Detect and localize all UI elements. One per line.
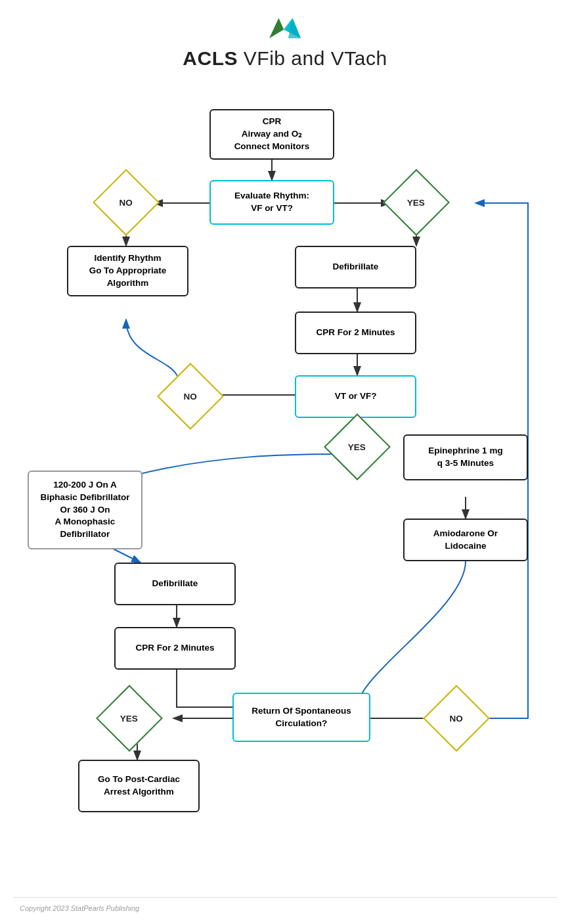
no-diamond-3: NO	[425, 699, 487, 737]
yes-diamond-3: YES	[93, 699, 165, 737]
evaluate-rhythm-box: Evaluate Rhythm: VF or VT?	[209, 180, 334, 225]
defibrillate-1-box: Defibrillate	[295, 246, 416, 289]
flowchart: CPR Airway and O₂ Connect Monitors Evalu…	[16, 83, 554, 891]
cpr-start-box: CPR Airway and O₂ Connect Monitors	[209, 109, 334, 160]
epinephrine-box: Epinephrine 1 mg q 3-5 Minutes	[403, 434, 528, 480]
defibrillate-2-box: Defibrillate	[114, 563, 236, 605]
defibrillator-energy-box: 120-200 J On A Biphasic Defibrillator Or…	[28, 471, 142, 549]
rosc-box: Return Of Spontaneous Circulation?	[232, 693, 370, 742]
yes-diamond-1: YES	[380, 183, 452, 221]
post-cardiac-box: Go To Post-Cardiac Arrest Algorithm	[78, 760, 200, 812]
cpr-2min-2-box: CPR For 2 Minutes	[114, 627, 236, 670]
header: ACLS VFib and VTach	[0, 0, 570, 76]
cpr-2min-1-box: CPR For 2 Minutes	[295, 312, 416, 354]
no-diamond-2: NO	[159, 377, 221, 415]
svg-marker-0	[269, 18, 284, 39]
vt-vf-box: VT or VF?	[295, 375, 416, 418]
yes-diamond-2: YES	[321, 428, 393, 466]
page-title: ACLS VFib and VTach	[0, 47, 570, 70]
amiodarone-box: Amiodarone Or Lidocaine	[403, 519, 528, 561]
no-diamond-1: NO	[95, 183, 157, 221]
identify-rhythm-box: Identify Rhythm Go To Appropriate Algori…	[67, 246, 188, 296]
page-container: ACLS VFib and VTach	[0, 0, 570, 924]
logo-icon	[265, 12, 305, 43]
footer-copyright: Copyright 2023 StatPearls Publishing	[20, 904, 139, 912]
footer-divider	[13, 897, 557, 898]
